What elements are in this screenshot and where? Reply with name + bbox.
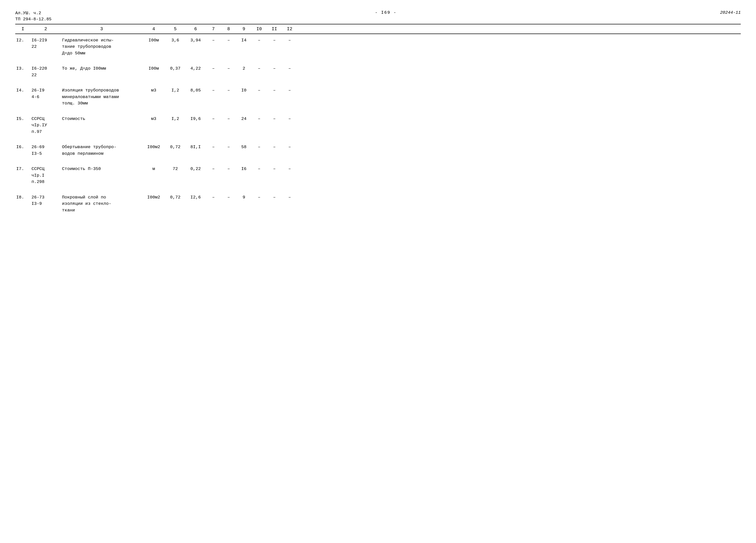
table-cell: 0,72 — [165, 194, 185, 201]
table-cell: I6 — [236, 165, 251, 173]
table-cell: 4,22 — [185, 65, 206, 72]
table-cell: I2,6 — [185, 194, 206, 201]
table-cell: – — [282, 165, 297, 173]
table-cell: Стоимость П-350 — [61, 165, 142, 173]
header-doc-number: Ал.УШ. ч.2 — [15, 10, 52, 16]
table-cell: I7. — [15, 165, 30, 173]
table-cell: – — [221, 143, 236, 151]
header-doc-code: ТП 294-8-12.85 — [15, 16, 52, 22]
table-cell: – — [251, 115, 267, 123]
header-center: - I69 - — [375, 10, 397, 15]
table-cell: I4 — [236, 37, 251, 44]
table-cell: 72 — [165, 165, 185, 173]
table-cell: Гидравлическое испы- тание трубопроводов… — [61, 37, 142, 57]
header-left: Ал.УШ. ч.2 ТП 294-8-12.85 — [15, 10, 52, 22]
col-header-5: 5 — [165, 26, 185, 32]
table-cell: – — [282, 115, 297, 123]
col-header-9: 9 — [236, 26, 251, 32]
table-cell: – — [251, 143, 267, 151]
table-cell: – — [206, 65, 221, 72]
table-cell: I2. — [15, 37, 30, 44]
table-row: I3.I6-220 22То же, Д=до I00ммI00м0,374,2… — [15, 62, 741, 82]
table-cell: I6-220 22 — [30, 65, 61, 79]
col-header-7: 7 — [206, 26, 221, 32]
table-cell: I9,6 — [185, 115, 206, 123]
table-cell: 0,37 — [165, 65, 185, 72]
table-cell: 0,72 — [165, 143, 185, 151]
table-cell: – — [282, 194, 297, 201]
table-cell: 3,6 — [165, 37, 185, 44]
table-cell: 26-69 I3-5 — [30, 143, 61, 157]
table-cell: – — [267, 115, 282, 123]
table-cell: I00м — [142, 37, 165, 44]
table-cell: I00м2 — [142, 143, 165, 151]
table-cell: – — [251, 87, 267, 94]
column-headers: I 2 3 4 5 6 7 8 9 I0 II I2 — [15, 24, 741, 34]
table-cell: – — [221, 37, 236, 44]
table-body: I2.I6-2I9 22Гидравлическое испы- тание т… — [15, 34, 741, 220]
table-cell: I,2 — [165, 87, 185, 94]
table-cell: 3,94 — [185, 37, 206, 44]
table-cell: То же, Д=до I00мм — [61, 65, 142, 72]
table-cell: I,2 — [165, 115, 185, 123]
table-cell: – — [221, 194, 236, 201]
table-cell: – — [206, 143, 221, 151]
table-cell: Покровный слой по изоляции из стекло- тк… — [61, 194, 142, 214]
col-header-4: 4 — [142, 26, 165, 32]
table-cell: 24 — [236, 115, 251, 123]
table-cell: I00м — [142, 65, 165, 72]
table-cell: 2 — [236, 65, 251, 72]
table-cell: I00м2 — [142, 194, 165, 201]
table-cell: – — [251, 165, 267, 173]
table-cell: I5. — [15, 115, 30, 123]
table-cell: – — [221, 65, 236, 72]
table-cell: – — [221, 115, 236, 123]
table-cell: – — [282, 65, 297, 72]
table-row: I7.ССРСЦ чIр.I п.298Стоимость П-350м720,… — [15, 163, 741, 189]
table-cell: – — [267, 165, 282, 173]
table-cell: – — [251, 37, 267, 44]
table-cell: – — [267, 65, 282, 72]
col-header-10: I0 — [251, 26, 267, 32]
table-cell: – — [267, 194, 282, 201]
table-cell: – — [251, 65, 267, 72]
col-header-12: I2 — [282, 26, 297, 32]
col-header-3: 3 — [61, 26, 142, 32]
table-row: I4.26-I9 4-6Изоляция трубопроводов минер… — [15, 84, 741, 110]
col-header-8: 8 — [221, 26, 236, 32]
table-cell: 8I,I — [185, 143, 206, 151]
table-cell: I6-2I9 22 — [30, 37, 61, 51]
table-cell: – — [267, 143, 282, 151]
table-cell: – — [267, 87, 282, 94]
table-cell: 26-73 I3-9 — [30, 194, 61, 208]
table-row: I5.ССРСЦ чIр.IУ п.97Стоимостьм3I,2I9,6––… — [15, 113, 741, 138]
table-cell: 8,05 — [185, 87, 206, 94]
table-cell: I0 — [236, 87, 251, 94]
table-cell: Обертывание трубопро- водов перламином — [61, 143, 142, 157]
table-cell: I8. — [15, 194, 30, 201]
table-row: I2.I6-2I9 22Гидравлическое испы- тание т… — [15, 34, 741, 60]
table-cell: ССРСЦ чIр.I п.298 — [30, 165, 61, 186]
table-row: I6.26-69 I3-5Обертывание трубопро- водов… — [15, 141, 741, 160]
table-cell: 26-I9 4-6 — [30, 87, 61, 101]
col-header-2: 2 — [30, 26, 61, 32]
table-cell: ССРСЦ чIр.IУ п.97 — [30, 115, 61, 136]
table-cell: – — [206, 87, 221, 94]
table-cell: 58 — [236, 143, 251, 151]
table-cell: I3. — [15, 65, 30, 72]
col-header-1: I — [15, 26, 30, 32]
table-cell: м3 — [142, 87, 165, 94]
table-cell: – — [206, 37, 221, 44]
table-cell: м — [142, 165, 165, 173]
table-cell: – — [206, 115, 221, 123]
table-cell: 9 — [236, 194, 251, 201]
table-cell: – — [221, 87, 236, 94]
table-cell: – — [206, 165, 221, 173]
table-cell: Изоляция трубопроводов минераловатными м… — [61, 87, 142, 107]
table-cell: м3 — [142, 115, 165, 123]
table-cell: – — [251, 194, 267, 201]
table-cell: I4. — [15, 87, 30, 94]
table-cell: – — [267, 37, 282, 44]
table-cell: – — [282, 143, 297, 151]
col-header-11: II — [267, 26, 282, 32]
